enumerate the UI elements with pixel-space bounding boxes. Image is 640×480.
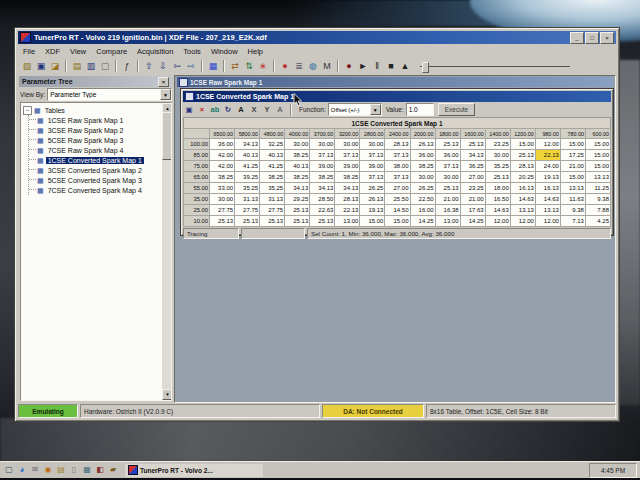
grid-col-header[interactable]: 2400.00 xyxy=(385,129,410,139)
grid-cell[interactable]: 27.75 xyxy=(210,205,235,216)
grid-cell[interactable]: 38.25 xyxy=(210,172,235,183)
grid-cell[interactable]: 30.00 xyxy=(210,194,235,205)
grid-cell[interactable]: 38.25 xyxy=(260,172,285,183)
grid-cell[interactable]: 34.13 xyxy=(310,183,335,194)
grid-row-header[interactable]: 75.00 xyxy=(184,161,210,172)
grid-cell[interactable]: 37.13 xyxy=(310,150,335,161)
grid-cell[interactable]: 27.75 xyxy=(260,205,285,216)
open-xdf-icon[interactable]: ▤ xyxy=(70,59,84,73)
grid-cell[interactable]: 34.13 xyxy=(460,150,485,161)
grid-row-header[interactable]: 10.00 xyxy=(184,216,210,227)
grid-cell[interactable]: 37.13 xyxy=(435,161,460,172)
math-tool-icon[interactable]: ƒ xyxy=(120,59,134,73)
grid-cell[interactable]: 16.13 xyxy=(535,183,560,194)
grid-cell[interactable]: 31.13 xyxy=(260,194,285,205)
grid-cell[interactable]: 15.00 xyxy=(360,216,385,227)
grid-row-header[interactable]: 35.00 xyxy=(184,194,210,205)
grid-cell[interactable]: 35.25 xyxy=(260,183,285,194)
grid-cell[interactable]: 23.25 xyxy=(460,183,485,194)
grid-col-header[interactable]: 1600.00 xyxy=(460,129,485,139)
grid-cell[interactable]: 38.00 xyxy=(385,161,410,172)
globe-icon[interactable]: ◍ xyxy=(306,59,320,73)
grid-cell[interactable]: 25.13 xyxy=(510,150,535,161)
stop-icon[interactable]: ■ xyxy=(384,59,398,73)
grid-cell[interactable]: 14.25 xyxy=(460,216,485,227)
grid-cell[interactable]: 11.63 xyxy=(560,194,585,205)
maximize-button[interactable]: □ xyxy=(585,32,599,44)
tree-item[interactable]: ▦3CSE Raw Spark Map 2 xyxy=(29,125,161,135)
nav-down-icon[interactable]: ⇩ xyxy=(156,59,170,73)
grid-cell[interactable]: 25.13 xyxy=(435,183,460,194)
grid-cell[interactable]: 16.50 xyxy=(485,194,510,205)
grid-cell[interactable]: 29.25 xyxy=(285,194,310,205)
grid-cell[interactable]: 23.25 xyxy=(485,139,510,150)
grid-row-header[interactable]: 55.00 xyxy=(184,183,210,194)
grid-col-header[interactable]: 1400.00 xyxy=(485,129,510,139)
parameter-tree-caption[interactable]: Parameter Tree × xyxy=(19,76,172,87)
grid-cell[interactable]: 21.00 xyxy=(435,194,460,205)
grid-col-header[interactable]: 2000.00 xyxy=(410,129,435,139)
grid-col-header[interactable]: 780.00 xyxy=(560,129,585,139)
grid-cell[interactable]: 38.25 xyxy=(410,161,435,172)
grid-cell[interactable]: 39.25 xyxy=(235,172,260,183)
grid-cell[interactable]: 25.13 xyxy=(310,216,335,227)
grid-row-header[interactable]: 85.00 xyxy=(184,150,210,161)
grid-col-header[interactable]: 3200.00 xyxy=(335,129,360,139)
menu-file[interactable]: File xyxy=(18,47,40,56)
grid-cell[interactable]: 40.13 xyxy=(285,161,310,172)
stop-red-icon[interactable]: ● xyxy=(278,59,292,73)
map-window-titlebar[interactable]: 1CSE Converted Spark Map 1 xyxy=(183,91,611,102)
execute-button[interactable]: Execute xyxy=(438,103,476,116)
close-button[interactable]: × xyxy=(600,32,614,44)
new-parameter-icon[interactable]: ▢ xyxy=(98,59,112,73)
grid-cell[interactable]: 30.00 xyxy=(435,172,460,183)
grid-cell[interactable]: 28.13 xyxy=(385,139,410,150)
grid-cell[interactable]: 24.00 xyxy=(535,161,560,172)
grid-cell[interactable]: 15.00 xyxy=(385,216,410,227)
grid-cell[interactable]: 33.00 xyxy=(210,183,235,194)
grid-cell[interactable]: 37.13 xyxy=(385,150,410,161)
database-icon[interactable]: ≣ xyxy=(292,59,306,73)
grid-cell[interactable]: 34.13 xyxy=(235,139,260,150)
grid-cell[interactable]: 15.00 xyxy=(510,139,535,150)
slider-thumb[interactable] xyxy=(422,62,429,73)
grid-cell[interactable]: 41.25 xyxy=(260,161,285,172)
grid-cell[interactable]: 27.00 xyxy=(460,172,485,183)
grid-cell[interactable]: 25.13 xyxy=(235,216,260,227)
grid-cell[interactable]: 25.13 xyxy=(435,139,460,150)
grid-cell[interactable]: 14.25 xyxy=(410,216,435,227)
grid-cell[interactable]: 26.13 xyxy=(360,194,385,205)
nav-forward-icon[interactable]: ⇨ xyxy=(184,59,198,73)
save-bin-icon[interactable]: ▣ xyxy=(34,59,48,73)
scroll-down-icon[interactable]: ▼ xyxy=(162,389,172,400)
grid-cell[interactable]: 11.25 xyxy=(585,183,610,194)
grid-cell[interactable]: 19.13 xyxy=(535,172,560,183)
grid-cell[interactable]: 18.00 xyxy=(485,183,510,194)
grid-col-header[interactable]: 980.00 xyxy=(535,129,560,139)
tree-item[interactable]: ▦7CSE Raw Spark Map 4 xyxy=(29,145,161,155)
grid-cell[interactable]: 13.13 xyxy=(560,183,585,194)
grid-cell[interactable]: 20.25 xyxy=(510,172,535,183)
grid-cell[interactable]: 37.13 xyxy=(385,172,410,183)
grid-cell[interactable]: 25.13 xyxy=(285,216,310,227)
grid-cell[interactable]: 36.00 xyxy=(435,150,460,161)
grid-cell[interactable]: 34.13 xyxy=(285,183,310,194)
grid-cell[interactable]: 25.13 xyxy=(460,139,485,150)
grid-cell[interactable]: 37.13 xyxy=(335,150,360,161)
grid-cell[interactable]: 36.00 xyxy=(210,139,235,150)
value-input[interactable]: 1.0 xyxy=(406,103,434,116)
function-select[interactable]: Offset (+/-) ▼ xyxy=(328,103,382,116)
grid-row-header[interactable]: 100.00 xyxy=(184,139,210,150)
moates-icon[interactable]: M xyxy=(320,59,334,73)
grid-cell[interactable]: 25.13 xyxy=(285,205,310,216)
grid-col-header[interactable]: 1800.00 xyxy=(435,129,460,139)
grid-cell[interactable]: 39.00 xyxy=(360,161,385,172)
menu-acquisition[interactable]: Acquisition xyxy=(132,47,178,56)
tree-item[interactable]: ▦5CSE Raw Spark Map 3 xyxy=(29,135,161,145)
grid-cell[interactable]: 32.25 xyxy=(260,139,285,150)
collapse-icon[interactable]: − xyxy=(23,106,32,115)
grid-cell[interactable]: 15.00 xyxy=(585,139,610,150)
menu-view[interactable]: View xyxy=(65,47,91,56)
tree-item[interactable]: ▦1CSE Converted Spark Map 1 xyxy=(29,155,161,165)
grid-cell[interactable]: 27.00 xyxy=(385,183,410,194)
